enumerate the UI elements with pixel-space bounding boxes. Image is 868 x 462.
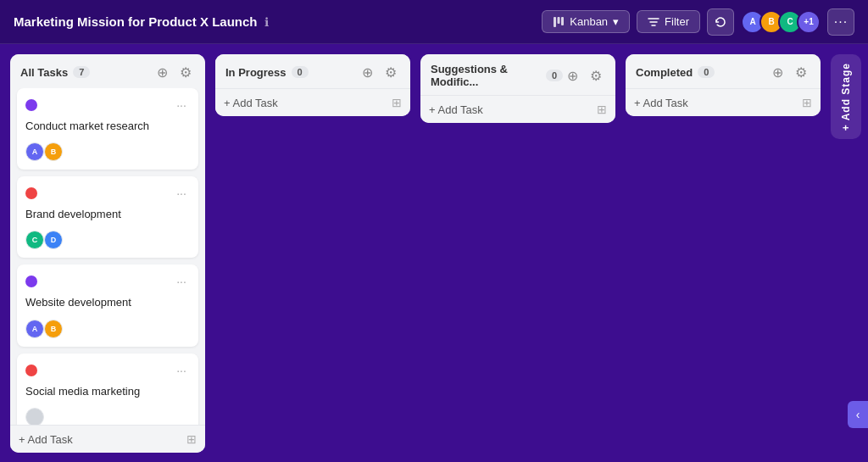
task-card: ··· Social media marketing — [17, 353, 198, 425]
column-header-all-tasks: All Tasks 7 ⊕ ⚙ — [10, 54, 205, 88]
card-title: Social media marketing — [25, 384, 190, 399]
add-task-button[interactable]: + Add Task — [634, 97, 688, 109]
column-title: All Tasks — [20, 66, 68, 79]
avatar: A — [25, 142, 44, 161]
card-tag — [25, 99, 37, 111]
card-title: Website development — [25, 295, 190, 310]
svg-rect-2 — [561, 17, 564, 25]
column-count: 7 — [73, 66, 90, 78]
card-menu-button[interactable]: ··· — [173, 362, 190, 379]
add-stage-label: + Add Stage — [840, 63, 852, 131]
add-column-button[interactable]: ⊕ — [358, 63, 376, 81]
card-tag — [25, 187, 37, 199]
column-count: 0 — [292, 66, 309, 78]
card-tag — [25, 365, 37, 376]
grid-icon: ⊞ — [802, 96, 812, 109]
avatars-group: A B C +1 — [741, 10, 821, 34]
card-menu-button[interactable]: ··· — [173, 273, 190, 290]
grid-icon: ⊞ — [597, 103, 607, 116]
add-task-button[interactable]: + Add Task — [429, 103, 483, 116]
kanban-button[interactable]: Kanban ▾ — [542, 10, 630, 33]
avatar: A — [25, 320, 44, 338]
column-title: Completed — [636, 66, 693, 79]
chevron-down-icon: ▾ — [613, 15, 619, 28]
column-header-completed: Completed 0 ⊕ ⚙ — [626, 54, 821, 88]
column-in-progress: In Progress 0 ⊕ ⚙ + Add Task ⊞ — [215, 54, 410, 116]
card-title: Brand development — [25, 207, 190, 222]
header-right: Kanban ▾ Filter A B C +1 ··· — [542, 8, 854, 36]
column-title: Suggestions & Modific... — [431, 63, 541, 88]
column-header-in-progress: In Progress 0 ⊕ ⚙ — [215, 54, 410, 88]
header-left: Marketing Mission for Product X Launch ℹ — [14, 14, 269, 29]
card-tag — [25, 276, 37, 287]
column-suggestions: Suggestions & Modific... 0 ⊕ ⚙ + Add Tas… — [420, 54, 615, 123]
board: All Tasks 7 ⊕ ⚙ ··· Conduct market resea… — [0, 44, 868, 462]
column-count: 0 — [546, 70, 563, 81]
grid-icon: ⊞ — [392, 96, 402, 109]
avatar: C — [25, 231, 44, 249]
refresh-icon — [715, 16, 726, 28]
header: Marketing Mission for Product X Launch ℹ… — [0, 0, 868, 44]
add-stage-column[interactable]: + Add Stage — [831, 54, 861, 139]
svg-rect-1 — [558, 17, 560, 24]
column-settings-button[interactable]: ⚙ — [792, 63, 810, 81]
card-menu-button[interactable]: ··· — [173, 97, 190, 114]
avatar-count: +1 — [797, 10, 821, 34]
add-column-button[interactable]: ⊕ — [768, 63, 787, 81]
more-button[interactable]: ··· — [827, 8, 854, 36]
add-column-button[interactable]: ⊕ — [563, 66, 581, 85]
task-card: ··· Conduct market research A B — [17, 88, 198, 170]
collapse-button[interactable]: ‹ — [848, 401, 868, 428]
add-task-row: + Add Task ⊞ — [626, 88, 821, 116]
add-task-row: + Add Task ⊞ — [420, 95, 615, 123]
add-task-button[interactable]: + Add Task — [224, 97, 278, 109]
card-title: Conduct market research — [25, 119, 190, 134]
svg-rect-0 — [554, 17, 556, 27]
avatar: D — [44, 231, 63, 249]
add-task-button[interactable]: + Add Task — [19, 433, 73, 446]
column-header-suggestions: Suggestions & Modific... 0 ⊕ ⚙ — [420, 54, 615, 95]
column-all-tasks: All Tasks 7 ⊕ ⚙ ··· Conduct market resea… — [10, 54, 205, 453]
column-title: In Progress — [225, 66, 287, 79]
filter-button[interactable]: Filter — [637, 10, 700, 33]
column-settings-button[interactable]: ⚙ — [587, 66, 605, 85]
page-title: Marketing Mission for Product X Launch — [14, 14, 258, 29]
cards-container: ··· Conduct market research A B ··· Bran… — [10, 88, 205, 425]
avatar: B — [44, 142, 63, 161]
kanban-icon — [553, 16, 565, 28]
avatar-placeholder — [25, 408, 44, 425]
task-card: ··· Website development A B — [17, 264, 198, 346]
info-icon[interactable]: ℹ — [264, 15, 269, 29]
avatar: B — [44, 320, 63, 338]
add-task-row: + Add Task ⊞ — [215, 88, 410, 116]
filter-icon — [648, 16, 659, 28]
column-completed: Completed 0 ⊕ ⚙ + Add Task ⊞ — [626, 54, 821, 116]
add-column-button[interactable]: ⊕ — [153, 63, 171, 81]
add-task-row: + Add Task ⊞ — [10, 425, 205, 453]
column-settings-button[interactable]: ⚙ — [176, 63, 195, 81]
column-count: 0 — [698, 66, 715, 78]
refresh-button[interactable] — [707, 8, 734, 36]
card-menu-button[interactable]: ··· — [173, 185, 190, 202]
grid-icon: ⊞ — [186, 432, 197, 446]
task-card: ··· Brand development C D — [17, 176, 198, 258]
column-settings-button[interactable]: ⚙ — [381, 63, 400, 81]
